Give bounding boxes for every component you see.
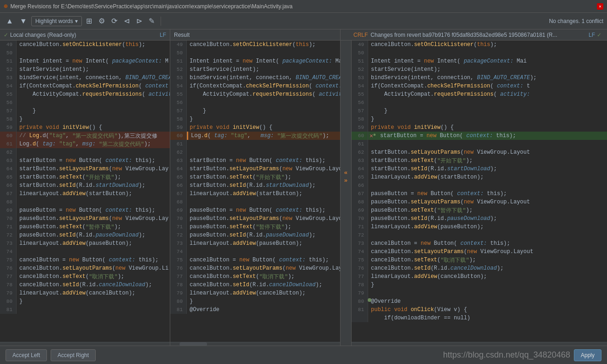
prev-change-button[interactable]: ▲	[4, 16, 16, 27]
left-hscroll[interactable]	[0, 342, 170, 346]
table-row: if(downloadBinder == null)	[352, 314, 607, 322]
table-row: 71 pauseButton.setText("暂停下载");	[0, 223, 170, 231]
left-panel: 49 cancelButton.setOnClickListener(this)…	[0, 40, 170, 346]
table-row: 66	[352, 181, 607, 190]
conflict-close-area: ✕	[368, 132, 377, 140]
accept-right-button[interactable]: Accept Right	[51, 349, 96, 361]
table-row: 75 cancelButton.setText("取消下载");	[352, 256, 607, 264]
table-row: 55 ActivityCompat.requestPermissions( ac…	[0, 90, 170, 98]
table-row: 52 startService(intent);	[0, 65, 170, 74]
table-row: 79 linearLayout.addView(cancelButton);	[0, 289, 170, 297]
table-row: 63 startButton.setText("开始下载");	[352, 156, 607, 165]
toggle-view-button[interactable]: ⊞	[84, 15, 94, 27]
right-code-lines: 49 cancelButton.setOnClickListener(this)…	[352, 40, 607, 342]
sync-button[interactable]: ⟳	[109, 15, 120, 27]
right-code-scroll[interactable]: 49 cancelButton.setOnClickListener(this)…	[352, 40, 607, 342]
table-row: 73 linearLayout.addView(pauseButton);	[170, 239, 340, 248]
table-row: 57 }	[352, 107, 607, 115]
conflict-close-button[interactable]: ✕	[368, 132, 375, 139]
table-row: 62	[170, 148, 340, 156]
right-check-icon: ✓	[597, 32, 601, 38]
table-row: 76 cancelButton.setLayoutParams(new View…	[170, 264, 340, 272]
settings-button[interactable]: ⚙	[96, 15, 107, 27]
table-row: 67 pauseButton = new Button( context: th…	[352, 190, 607, 198]
conflict-divider: « »	[341, 40, 352, 346]
toolbar: ▲ ▼ Highlight words ▾ ⊞ ⚙ ⟳ ⊲ ⊳ ✎ No cha…	[0, 13, 607, 29]
watermark-text: https://blog.csdn.net/qq_34820468	[443, 350, 570, 360]
right-lf-label: LF	[589, 32, 595, 38]
left-code-scroll[interactable]: 49 cancelButton.setOnClickListener(this)…	[0, 40, 170, 342]
table-row: 59 private void initView() {	[352, 123, 607, 132]
table-row: 74 cancelButton.setLayoutParams(new View…	[352, 248, 607, 256]
table-row: 61	[352, 140, 607, 148]
table-row: 64 startButton.setLayoutParams(new ViewG…	[0, 165, 170, 173]
left-lf-label: LF	[160, 32, 166, 38]
table-row: 74	[0, 248, 170, 256]
table-row: 56	[0, 98, 170, 107]
table-row: 58 }	[170, 115, 340, 123]
table-row: 72 pauseButton.setId(R.id.pauseDownload)…	[170, 231, 340, 239]
table-row: 69 pauseButton.setText("暂停下载");	[352, 206, 607, 214]
table-row: 49 cancelButton.setOnClickListener(this)…	[0, 40, 170, 49]
table-row: 78 }	[352, 281, 607, 289]
table-row: 50	[352, 49, 607, 57]
table-row: 74	[170, 248, 340, 256]
table-row: 54 if(ContextCompat.checkSelfPermission(…	[352, 82, 607, 90]
right-panel-header: CRLF Changes from revert ba97b9176 f05da…	[350, 29, 607, 40]
table-row: 66 startButton.setId(R.id.startDownload)…	[0, 181, 170, 190]
middle-code-lines: 49 cancelButton.setOnClickListener(this)…	[170, 40, 340, 342]
left-panel-header: ✓ Local changes (Read-only) LF	[0, 29, 170, 40]
table-row: 72 pauseButton.setId(R.id.pauseDownload)…	[0, 231, 170, 239]
conflict-next-button[interactable]: »	[344, 177, 348, 184]
right-hscroll[interactable]	[352, 342, 607, 346]
table-row: 70 pauseButton.setLayoutParams(new ViewG…	[170, 214, 340, 223]
table-row: 76 cancelButton.setLayoutParams(new View…	[0, 264, 170, 272]
next-change-button[interactable]: ▼	[17, 16, 29, 27]
table-row: 69 pauseButton = new Button( context: th…	[170, 206, 340, 214]
table-row: 57 }	[170, 107, 340, 115]
table-row: 79 linearLayout.addView(cancelButton);	[170, 289, 340, 297]
change-indicator	[368, 298, 371, 302]
table-row: 52 startService(intent);	[170, 65, 340, 74]
close-button[interactable]: ✕	[597, 3, 603, 10]
table-row: 57 }	[0, 107, 170, 115]
table-row: 77 cancelButton.setText("取消下载");	[0, 272, 170, 281]
table-row: 68 pauseButton.setLayoutParams(new ViewG…	[352, 198, 607, 206]
right-crlf-label: CRLF	[353, 32, 368, 38]
middle-panel-title: Result	[174, 32, 190, 38]
table-row: 65 startButton.setText("开始下载");	[0, 173, 170, 181]
table-row: 67 linearLayout.addView(startButton);	[0, 190, 170, 198]
action1-button[interactable]: ⊲	[121, 15, 132, 27]
table-row: 73 linearLayout.addView(pauseButton);	[0, 239, 170, 248]
table-row: 80 }	[170, 297, 340, 306]
conflict-prev-button[interactable]: «	[344, 169, 348, 176]
table-row: 81	[0, 306, 170, 314]
table-row: 49 cancelButton.setOnClickListener(this)…	[352, 40, 607, 49]
app-icon: ⊕	[4, 2, 7, 10]
middle-code-scroll[interactable]: 49 cancelButton.setOnClickListener(this)…	[170, 40, 340, 342]
left-check-icon: ✓	[4, 32, 8, 38]
table-row: 55 ActivityCompat.requestPermissions( ac…	[352, 90, 607, 98]
chevron-down-icon: ▾	[75, 18, 78, 24]
title-bar: ⊕ Merge Revisions for E:\Demo\test\Servi…	[0, 0, 607, 13]
action3-button[interactable]: ✎	[146, 15, 157, 27]
table-row: 71 pauseButton.setText("暂停下载");	[170, 223, 340, 231]
middle-panel: 49 cancelButton.setOnClickListener(this)…	[170, 40, 341, 346]
table-row: 51 Intent intent = new Intent( packageCo…	[0, 57, 170, 65]
table-row: 70 pauseButton.setId(R.id.pauseDownload)…	[352, 214, 607, 223]
apply-button[interactable]: Apply	[574, 349, 601, 361]
table-row: 58 }	[0, 115, 170, 123]
action2-button[interactable]: ⊳	[134, 15, 145, 27]
middle-hscroll[interactable]	[170, 342, 340, 346]
table-row: 64 startButton.setLayoutParams(new ViewG…	[170, 165, 340, 173]
status-text: No changes. 1 conflict	[549, 18, 603, 24]
table-row: 67 linearLayout.addView(startButton);	[170, 190, 340, 198]
right-panel: 49 cancelButton.setOnClickListener(this)…	[352, 40, 607, 346]
left-code-lines: 49 cancelButton.setOnClickListener(this)…	[0, 40, 170, 342]
highlight-dropdown[interactable]: Highlight words ▾	[31, 16, 82, 26]
table-row: 56	[170, 98, 340, 107]
table-row: 66 startButton.setId(R.id.startDownload)…	[170, 181, 340, 190]
table-row: 51 Intent intent = new Intent( packageCo…	[170, 57, 340, 65]
table-row: 78 cancelButton.setId(R.id.cancelDownloa…	[170, 281, 340, 289]
accept-left-button[interactable]: Accept Left	[6, 349, 47, 361]
